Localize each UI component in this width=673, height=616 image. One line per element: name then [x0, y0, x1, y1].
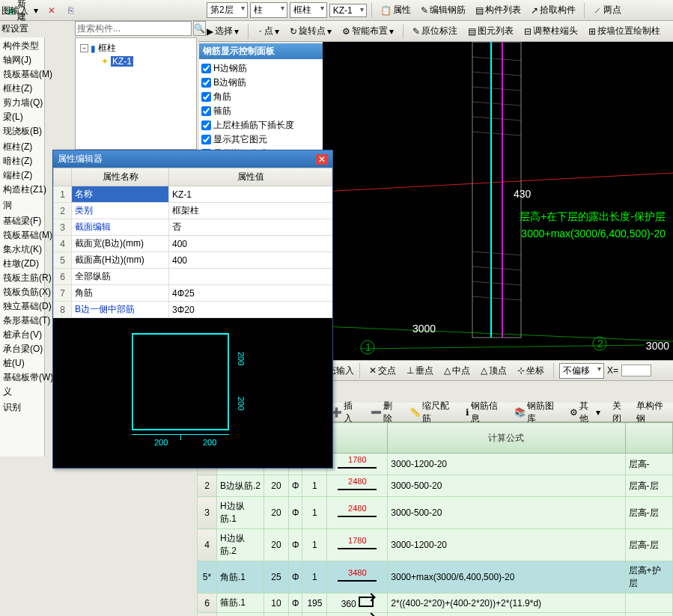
rebar-checkbox[interactable]: [201, 106, 211, 116]
smart-layout-button[interactable]: ⚙ 智能布置 ▾: [338, 22, 398, 40]
rebar-checkbox-item[interactable]: H边钢筋: [201, 61, 320, 76]
edit-rebar-button[interactable]: ✎ 编辑钢筋: [417, 1, 469, 19]
left-item[interactable]: 端柱(Z): [1, 168, 43, 183]
point-select-button[interactable]: ⬝ 点 ▾: [254, 22, 283, 40]
left-item[interactable]: 筏板基础(M): [1, 228, 43, 243]
rebar-checkbox-item[interactable]: 角筋: [201, 90, 320, 104]
annotation-formula-1: 层高+在下层的露出长度-保护层: [520, 210, 666, 224]
svg-line-15: [472, 296, 521, 300]
table-toolbar: ➕ 插入 ➖ 删除 📏 缩尺配筋 ℹ 钢筋信息 📚 钢筋图库 ⚙ 其他 ▾ 关闭…: [323, 403, 673, 422]
tree-child-kz1[interactable]: ✦ KZ-1: [100, 55, 193, 67]
left-item[interactable]: 识别: [1, 400, 43, 415]
search-button[interactable]: 🔍: [193, 21, 206, 36]
left-item[interactable]: 洞: [1, 198, 43, 213]
element-dropdown[interactable]: KZ-1: [329, 4, 367, 17]
prop-row[interactable]: 6全部纵筋: [54, 269, 332, 285]
left-item[interactable]: 条形基础(T): [1, 314, 43, 328]
elem-list-button[interactable]: ▤ 图元列表: [464, 22, 517, 40]
dialog-titlebar[interactable]: 属性编辑器 ✕: [53, 150, 332, 168]
rebar-checkbox[interactable]: [201, 78, 211, 88]
snap-top-button[interactable]: △ 顶点: [477, 362, 511, 379]
prop-row[interactable]: 4截面宽(B边)(mm)400: [54, 236, 332, 252]
left-item[interactable]: 义: [1, 385, 43, 399]
snap-cross-button[interactable]: ✕ 交点: [365, 362, 400, 379]
annotation-formula-2: 3000+max(3000/6,400,500)-20: [521, 228, 666, 240]
subcategory-dropdown[interactable]: 框柱: [290, 2, 327, 18]
prop-row[interactable]: 7角筋4Φ25: [54, 285, 332, 302]
rebar-checkbox[interactable]: [201, 92, 211, 102]
left-item[interactable]: 框柱(Z): [1, 140, 43, 154]
left-item[interactable]: 筏板基础(M): [1, 67, 43, 82]
svg-line-12: [472, 251, 521, 255]
rebar-checkbox[interactable]: [201, 135, 211, 144]
prop-row[interactable]: 3截面编辑否: [54, 219, 332, 236]
copy-icon: ⎘: [68, 5, 79, 16]
delete-icon-button[interactable]: ✕: [44, 3, 62, 18]
left-item[interactable]: 独立基础(D): [1, 299, 43, 314]
viewport-3d[interactable]: 层高+在下层的露出长度-保护层 3000+max(3000/6,400,500)…: [323, 42, 673, 360]
left-item[interactable]: 筏板负筋(X): [1, 285, 43, 299]
pick-button[interactable]: ↗ 拾取构件: [527, 1, 579, 19]
left-item[interactable]: 梁(L): [1, 110, 43, 124]
select-button[interactable]: ▶ 选择 ▾: [203, 22, 243, 40]
left-item[interactable]: 桩承台(V): [1, 328, 43, 342]
two-point-button[interactable]: ⟋ 两点: [589, 1, 625, 19]
orig-label-button[interactable]: ✎ 原位标注: [409, 22, 461, 40]
snap-mid-button[interactable]: △ 中点: [440, 362, 474, 379]
left-item[interactable]: 柱墩(ZD): [1, 257, 43, 271]
left-item[interactable]: 基础梁(F): [1, 214, 43, 228]
prop-row[interactable]: 1名称KZ-1: [54, 186, 332, 203]
rebar-checkbox[interactable]: [201, 64, 211, 73]
wall-draw-button[interactable]: ⊞ 按墙位置绘制柱: [585, 22, 664, 40]
category-dropdown[interactable]: 柱: [250, 2, 287, 18]
rebar-checkbox-item[interactable]: 上层柱插筋下插长度: [201, 118, 320, 132]
rebar-display-panel: 钢筋显示控制面板 H边钢筋 B边钢筋 角筋 箍筋 上层柱插筋下插长度 显示其它图…: [199, 43, 323, 163]
rebar-checkbox-item[interactable]: 箍筋: [201, 104, 320, 118]
left-item[interactable]: 集水坑(K): [1, 243, 43, 257]
svg-line-13: [472, 266, 521, 270]
table-row[interactable]: 4H边纵筋.220Φ117803000-1200-20层高-层: [198, 529, 673, 561]
single-label: 单构件钢: [636, 400, 673, 425]
prop-row[interactable]: 5截面高(H边)(mm)400: [54, 252, 332, 269]
left-item[interactable]: 构造柱(Z1): [1, 183, 43, 197]
left-item[interactable]: 剪力墙(Q): [1, 96, 43, 110]
tree-root[interactable]: − ▮ 框柱: [79, 41, 193, 55]
search-input[interactable]: [75, 21, 192, 36]
table-row[interactable]: 7箍筋.210Φ195360 2032*((400-2*20-2*d-25)/4…: [198, 613, 673, 617]
prop-row[interactable]: 2类别框架柱: [54, 203, 332, 219]
prop-row[interactable]: 8B边一侧中部筋3Φ20: [54, 302, 332, 318]
prop-col-name: 属性名称: [72, 168, 169, 186]
rebar-checkbox-item[interactable]: 显示其它图元: [201, 132, 320, 147]
table-row[interactable]: 6箍筋.110Φ195360 2*((400-2*20)+(400-2*20))…: [198, 594, 673, 613]
list-button[interactable]: ▤ 构件列表: [472, 1, 525, 19]
left-item[interactable]: 框柱(Z): [1, 82, 43, 96]
rotate-point-button[interactable]: ↻ 旋转点 ▾: [286, 22, 335, 40]
snap-perp-button[interactable]: ⊥ 垂点: [403, 362, 437, 379]
rebar-checkbox-item[interactable]: B边钢筋: [201, 76, 320, 90]
left-item[interactable]: 筏板主筋(R): [1, 271, 43, 285]
section-preview: 200 200 200 200: [53, 318, 332, 468]
expander-icon[interactable]: −: [80, 44, 88, 52]
left-item[interactable]: 构件类型: [1, 39, 43, 53]
left-item[interactable]: 轴网(J): [1, 53, 43, 67]
offset-dropdown[interactable]: 不偏移: [559, 363, 604, 379]
column-section-shape: [132, 333, 229, 430]
close-button[interactable]: ✕: [316, 154, 328, 165]
table-row[interactable]: 2B边纵筋.220Φ124803000-500-20层高-层: [198, 475, 673, 497]
left-item[interactable]: 基础板带(W): [1, 370, 43, 385]
left-item[interactable]: 桩(U): [1, 356, 43, 370]
copy-icon-button[interactable]: ⎘: [64, 3, 82, 18]
adjust-end-button[interactable]: ⊟ 调整柱端头: [520, 22, 582, 40]
table-row[interactable]: 5*角筋.125Φ134803000+max(3000/6,400,500)-2…: [198, 561, 673, 594]
snap-coord-button[interactable]: ⊹ 坐标: [514, 362, 548, 379]
props-button[interactable]: 📋 属性: [377, 1, 415, 19]
svg-line-7: [472, 72, 521, 76]
x-input[interactable]: [621, 365, 651, 376]
left-item[interactable]: 承台梁(O): [1, 342, 43, 356]
layer-dropdown[interactable]: 第2层: [207, 2, 248, 18]
rebar-checkbox[interactable]: [201, 121, 211, 130]
left-item[interactable]: 现浇板(B): [1, 124, 43, 138]
svg-line-9: [472, 102, 521, 106]
left-item[interactable]: 暗柱(Z): [1, 154, 43, 168]
table-row[interactable]: 3H边纵筋.120Φ124803000-500-20层高-层: [198, 497, 673, 529]
